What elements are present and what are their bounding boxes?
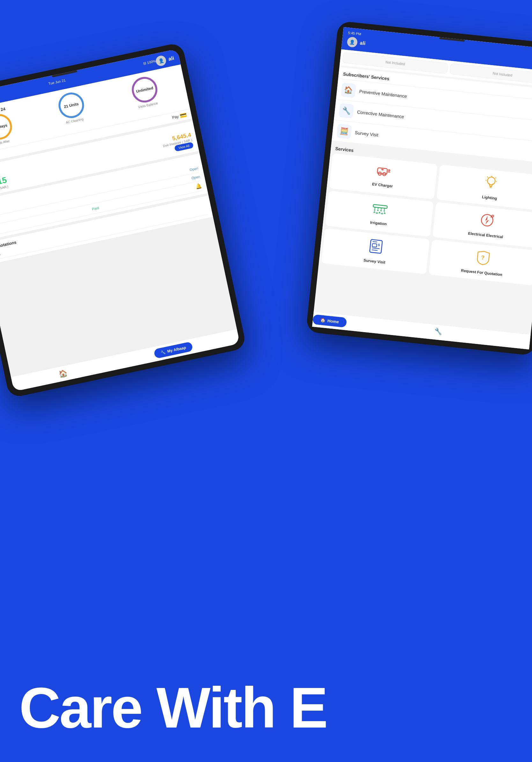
svg-line-31 [372, 248, 379, 249]
svg-line-9 [490, 187, 492, 188]
preventive-label: Preventive Maintenance [359, 89, 407, 99]
date-left: Tue Jun 21 [48, 78, 66, 86]
services-grid: EV Charger [321, 153, 532, 285]
svg-line-12 [495, 178, 496, 178]
corrective-label: Corrective Maintenance [357, 110, 404, 119]
services-grid-section: Services [319, 142, 532, 286]
quotation-id-1: #0055 [0, 252, 1, 259]
order-status-1: Open [189, 166, 198, 172]
username-left: ali [168, 55, 174, 62]
svg-line-16 [375, 207, 375, 209]
lighting-label: Lighting [482, 194, 498, 201]
bell-icon: 🔔 [195, 183, 203, 190]
svg-rect-28 [370, 239, 382, 253]
units-label: AC Cleaning [65, 117, 84, 124]
electrical-icon [478, 212, 496, 231]
visits-ring: Unlimited [129, 75, 160, 105]
services-screen: 5:45 PM Tue Jun 21 👤 ali Not Included No… [312, 27, 532, 349]
wallet-balance-label: Wallet Balance ( SAR ) [0, 185, 9, 195]
svc-time: 5:45 PM [348, 31, 362, 36]
visits-label: Visits Balance [138, 102, 158, 109]
lighting-icon [484, 175, 498, 194]
hero-text: Care With E [19, 679, 327, 736]
svg-rect-29 [372, 244, 377, 247]
svg-line-19 [384, 208, 385, 210]
ev-charger-label: EV Charger [372, 182, 393, 189]
units-value: 21 Units [63, 102, 79, 109]
svg-line-4 [389, 169, 389, 172]
services-body: Not Included Not Included Subscribers' S… [314, 49, 532, 334]
user-bar-left: 👤 ali [155, 53, 175, 67]
svg-line-30 [372, 242, 377, 242]
ev-charger-icon [375, 164, 392, 181]
avatar-right: 👤 [347, 37, 358, 47]
rfq-card[interactable]: ? Request For Quotation [429, 240, 532, 286]
survey-visit-icon: $ [368, 238, 384, 257]
survey-sub-label: Survey Visit [355, 130, 378, 137]
days-ring: 365 Days [0, 112, 14, 142]
irrigation-icon [370, 201, 389, 219]
svg-line-11 [487, 177, 488, 178]
svg-point-20 [374, 209, 375, 211]
svg-line-32 [372, 250, 378, 251]
survey-sub-icon: 🧮 [337, 124, 352, 139]
days-label: Ends After [0, 139, 10, 145]
rfq-icon: ? [475, 249, 491, 268]
svg-point-23 [383, 210, 385, 211]
units-ring: 21 Units [56, 90, 87, 120]
corrective-icon: 🔧 [339, 103, 354, 118]
visits-value: Unlimited [136, 86, 154, 94]
svg-text:?: ? [481, 254, 485, 261]
electrical-label: Electrical Electrical [468, 231, 503, 239]
wallet-right: 5,645.4 Due Invoices ( SAR ) View All [161, 131, 194, 154]
tablet-right: 5:45 PM Tue Jun 21 👤 ali Not Included No… [306, 21, 532, 356]
order-status-3: Paid [92, 206, 99, 211]
pay-label: Pay [171, 114, 179, 120]
svg-point-22 [380, 210, 382, 211]
home-tab-icon: 🏠 [320, 318, 326, 323]
username-right: ali [360, 40, 366, 46]
home-icon-left[interactable]: 🏠 [58, 369, 68, 378]
svg-point-21 [377, 210, 378, 211]
rfq-label: Request For Quotation [461, 268, 503, 277]
svg-line-5 [388, 172, 390, 172]
svg-text:$: $ [378, 243, 380, 247]
pay-icon: 💳 [179, 112, 187, 120]
order-status-2: Open [191, 175, 200, 180]
tools-tab-icon: 🔧 [434, 327, 443, 336]
preventive-icon: 🏠 [341, 82, 356, 98]
svg-point-7 [487, 177, 495, 185]
wrench-icon: 🔧 [161, 350, 166, 355]
irrigation-label: Irrigation [370, 220, 387, 226]
svg-line-18 [381, 208, 381, 210]
home-tab-button[interactable]: 🏠 Home [312, 314, 347, 328]
battery-left: ⊟ 100% [143, 59, 156, 66]
svg-marker-25 [485, 216, 490, 225]
survey-visit-card[interactable]: $ Survey Visit [321, 228, 430, 274]
svg-point-27 [492, 215, 494, 217]
tablet-frame-right: 5:45 PM Tue Jun 21 👤 ali Not Included No… [306, 21, 532, 356]
wallet-left: 🚚 Charge 1,525.15 Wallet Balance ( SAR ) [0, 171, 9, 195]
days-value: 365 Days [0, 123, 8, 131]
survey-visit-label: Survey Visit [363, 258, 386, 265]
avatar-left: 👤 [155, 55, 167, 67]
